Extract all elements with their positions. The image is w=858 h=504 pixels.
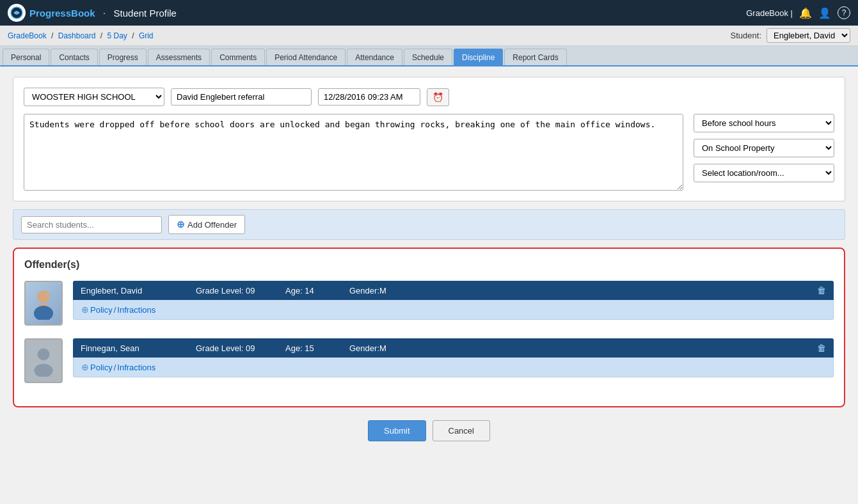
svg-point-3 <box>38 349 50 361</box>
offender-bar-2: Finnegan, Sean Grade Level: 09 Age: 15 G… <box>73 338 834 358</box>
tab-schedule[interactable]: Schedule <box>404 49 452 65</box>
date-input[interactable] <box>318 88 420 106</box>
submit-button[interactable]: Submit <box>368 420 425 441</box>
form-row-1: WOOSTER HIGH SCHOOL ⏰ <box>24 88 834 106</box>
action-row: Submit Cancel <box>13 420 845 441</box>
top-nav: ProgressBook · Student Profile GradeBook… <box>0 0 858 26</box>
delete-offender-1[interactable]: 🗑 <box>817 285 826 295</box>
breadcrumb-bar: GradeBook / Dashboard / 5 Day / Grid Stu… <box>0 26 858 46</box>
main-content: WOOSTER HIGH SCHOOL ⏰ Students were drop… <box>0 67 858 452</box>
logo-text: ProgressBook <box>29 8 95 19</box>
offender-grade-1: Grade Level: 09 <box>196 286 285 295</box>
student-label: Student: <box>731 31 761 40</box>
offender-grade-2: Grade Level: 09 <box>196 343 285 353</box>
nav-left: ProgressBook · Student Profile <box>8 4 177 22</box>
avatar-finnegan <box>24 338 63 383</box>
school-select-wrap: WOOSTER HIGH SCHOOL <box>24 88 164 106</box>
avatar-englebert <box>24 281 63 326</box>
policy-infractions-link-1[interactable]: ⊕ Policy / Infractions <box>81 304 825 315</box>
offender-bar-1: Englebert, David Grade Level: 09 Age: 14… <box>73 281 834 300</box>
nav-right: GradeBook | 🔔 👤 ? <box>746 6 850 19</box>
offender-info-2: Finnegan, Sean Grade Level: 09 Age: 15 G… <box>73 338 834 377</box>
bell-icon[interactable]: 🔔 <box>799 7 812 19</box>
search-input[interactable] <box>21 216 162 233</box>
tab-report-cards[interactable]: Report Cards <box>504 49 566 65</box>
tab-progress[interactable]: Progress <box>99 49 147 65</box>
time-of-day-select[interactable]: Before school hours During school hours … <box>694 114 834 132</box>
clock-button[interactable]: ⏰ <box>427 88 449 106</box>
logo-circle <box>8 4 26 22</box>
svg-point-4 <box>34 364 52 377</box>
offender-gender-1: Gender:M <box>349 286 817 295</box>
breadcrumb-gradebook[interactable]: GradeBook <box>8 31 47 40</box>
student-select[interactable]: Englebert, David <box>767 28 850 43</box>
student-selector: Student: Englebert, David <box>731 28 850 43</box>
tab-comments[interactable]: Comments <box>211 49 265 65</box>
gradebook-label: GradeBook | <box>746 8 793 18</box>
tab-discipline[interactable]: Discipline <box>454 49 503 65</box>
logo-area: ProgressBook <box>8 4 95 22</box>
page-title: Student Profile <box>114 8 177 19</box>
tab-contacts[interactable]: Contacts <box>51 49 97 65</box>
dropdowns-col: Before school hours During school hours … <box>694 114 834 191</box>
offender-row: Englebert, David Grade Level: 09 Age: 14… <box>24 281 834 326</box>
room-select[interactable]: Select location/room... <box>694 164 834 182</box>
policy-infractions-link-2[interactable]: ⊕ Policy / Infractions <box>81 362 825 372</box>
help-icon[interactable]: ? <box>838 6 850 19</box>
tab-attendance[interactable]: Attendance <box>347 49 402 65</box>
breadcrumb-5day[interactable]: 5 Day <box>107 31 127 40</box>
breadcrumb-grid[interactable]: Grid <box>139 31 154 40</box>
tab-personal[interactable]: Personal <box>3 49 49 65</box>
offender-age-2: Age: 15 <box>285 343 349 353</box>
offenders-title: Offender(s) <box>24 259 834 271</box>
plus-circle-icon-1: ⊕ <box>81 304 89 315</box>
form-card: WOOSTER HIGH SCHOOL ⏰ Students were drop… <box>13 77 845 201</box>
policy-bar-1: ⊕ Policy / Infractions <box>73 300 834 320</box>
offender-name-1: Englebert, David <box>81 286 196 295</box>
breadcrumb: GradeBook / Dashboard / 5 Day / Grid <box>8 31 154 40</box>
plus-icon: ⊕ <box>177 219 185 230</box>
referral-input[interactable] <box>171 88 312 106</box>
location-type-select[interactable]: On School Property Off School Property <box>694 139 834 157</box>
tab-assessments[interactable]: Assessments <box>148 49 210 65</box>
cancel-button[interactable]: Cancel <box>433 420 490 441</box>
user-icon[interactable]: 👤 <box>818 7 831 19</box>
form-row-2: Students were dropped off before school … <box>24 114 834 191</box>
tab-period-attendance[interactable]: Period Attendance <box>266 49 346 65</box>
offender-name-2: Finnegan, Sean <box>81 343 196 353</box>
nav-divider: · <box>103 6 106 20</box>
policy-bar-2: ⊕ Policy / Infractions <box>73 358 834 377</box>
add-offender-button[interactable]: ⊕ Add Offender <box>168 215 245 234</box>
delete-offender-2[interactable]: 🗑 <box>817 343 826 353</box>
tab-bar: Personal Contacts Progress Assessments C… <box>0 46 858 67</box>
offender-search-row: ⊕ Add Offender <box>13 209 845 240</box>
offender-info-1: Englebert, David Grade Level: 09 Age: 14… <box>73 281 834 320</box>
incident-textarea[interactable]: Students were dropped off before school … <box>24 114 683 191</box>
svg-point-2 <box>34 306 53 320</box>
school-select[interactable]: WOOSTER HIGH SCHOOL <box>24 88 164 106</box>
offender-row-2: Finnegan, Sean Grade Level: 09 Age: 15 G… <box>24 338 834 383</box>
offenders-section: Offender(s) Englebert, David Grade Level… <box>13 248 845 407</box>
offender-age-1: Age: 14 <box>285 286 349 295</box>
svg-point-1 <box>37 290 50 303</box>
offender-gender-2: Gender:M <box>349 343 817 353</box>
breadcrumb-dashboard[interactable]: Dashboard <box>58 31 96 40</box>
plus-circle-icon-2: ⊕ <box>81 362 89 372</box>
